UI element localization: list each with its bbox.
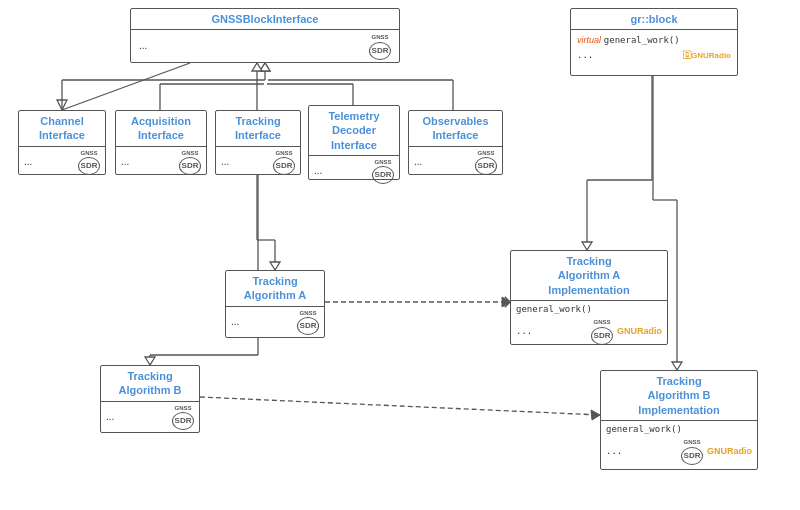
observables-interface-title: ObservablesInterface [409, 111, 502, 147]
sdr-logo-8: SDR [172, 412, 194, 430]
svg-marker-8 [260, 63, 270, 71]
svg-marker-32 [502, 297, 510, 307]
sdr-logo-9: SDR [591, 327, 613, 345]
tracking-interface-dots: ... [221, 155, 229, 169]
sdr-logo-4: SDR [273, 157, 295, 175]
tracking-algo-b-impl-title: TrackingAlgorithm BImplementation [601, 371, 757, 421]
gnu-radio-logo-1: 🇬​GNURadio [683, 50, 731, 61]
diagram: GNSSBlockInterface ... GNSS SDR ChannelI… [0, 0, 800, 510]
svg-line-0 [62, 63, 190, 110]
svg-marker-18 [582, 242, 592, 250]
gnss-label-1: GNSS [371, 33, 388, 41]
gnss-label-10: GNSS [683, 438, 700, 446]
tracking-algo-b-impl-method: general_work() [606, 423, 752, 436]
gnss-label-5: GNSS [374, 158, 391, 166]
acquisition-interface-box: AcquisitionInterface ... GNSS SDR [115, 110, 207, 175]
gnss-block-interface-box: GNSSBlockInterface ... GNSS SDR [130, 8, 400, 63]
svg-marker-26 [270, 262, 280, 270]
tracking-algo-b-impl-box: TrackingAlgorithm BImplementation genera… [600, 370, 758, 470]
gnss-block-interface-dots: ... [139, 39, 147, 53]
svg-line-33 [200, 397, 600, 415]
gnss-label-7: GNSS [299, 309, 316, 317]
gnss-label-6: GNSS [477, 149, 494, 157]
gr-block-virtual: virtual general_work() [577, 33, 731, 47]
tracking-algo-b-dots: ... [106, 410, 114, 424]
sdr-logo-7: SDR [297, 317, 319, 335]
svg-marker-30 [145, 357, 155, 365]
gnss-label-3: GNSS [181, 149, 198, 157]
channel-interface-box: ChannelInterface ... GNSS SDR [18, 110, 106, 175]
svg-marker-22 [672, 362, 682, 370]
tracking-algo-a-title: TrackingAlgorithm A [226, 271, 324, 307]
tracking-algo-b-impl-dots: ... [606, 445, 622, 458]
observables-interface-dots: ... [414, 155, 422, 169]
gnu-radio-logo-2: GNURadio [617, 325, 662, 338]
svg-marker-34 [591, 410, 600, 420]
tracking-interface-box: TrackingInterface ... GNSS SDR [215, 110, 301, 175]
sdr-logo-5: SDR [372, 166, 394, 184]
tracking-algo-a-impl-method: general_work() [516, 303, 662, 316]
tracking-interface-title: TrackingInterface [216, 111, 300, 147]
sdr-logo-1: SDR [369, 42, 391, 60]
tracking-algo-a-impl-dots: ... [516, 325, 532, 338]
observables-interface-box: ObservablesInterface ... GNSS SDR [408, 110, 503, 175]
channel-interface-title: ChannelInterface [19, 111, 105, 147]
tracking-algo-a-impl-title: TrackingAlgorithm AImplementation [511, 251, 667, 301]
sdr-logo-2: SDR [78, 157, 100, 175]
telemetry-interface-title: TelemetryDecoderInterface [309, 106, 399, 156]
sdr-logo-6: SDR [475, 157, 497, 175]
channel-interface-dots: ... [24, 155, 32, 169]
sdr-logo-10: SDR [681, 447, 703, 465]
gnss-label-2: GNSS [80, 149, 97, 157]
telemetry-interface-dots: ... [314, 164, 322, 178]
tracking-algo-b-box: TrackingAlgorithm B ... GNSS SDR [100, 365, 200, 433]
gnss-label-8: GNSS [174, 404, 191, 412]
acquisition-interface-dots: ... [121, 155, 129, 169]
gnu-radio-logo-3: GNURadio [707, 445, 752, 458]
acquisition-interface-title: AcquisitionInterface [116, 111, 206, 147]
svg-marker-5 [260, 63, 270, 71]
tracking-algo-a-box: TrackingAlgorithm A ... GNSS SDR [225, 270, 325, 338]
sdr-logo-3: SDR [179, 157, 201, 175]
tracking-algo-a-impl-box: TrackingAlgorithm AImplementation genera… [510, 250, 668, 345]
tracking-algo-a-dots: ... [231, 315, 239, 329]
tracking-algo-b-title: TrackingAlgorithm B [101, 366, 199, 402]
svg-marker-1 [57, 100, 67, 110]
gnss-label-4: GNSS [275, 149, 292, 157]
gr-block-box: gr::block virtual general_work() ... 🇬​G… [570, 8, 738, 76]
telemetry-interface-box: TelemetryDecoderInterface ... GNSS SDR [308, 105, 400, 180]
gnss-block-interface-title: GNSSBlockInterface [131, 9, 399, 30]
svg-marker-10 [252, 63, 262, 71]
gnss-label-9: GNSS [593, 318, 610, 326]
gr-block-title: gr::block [571, 9, 737, 30]
gr-block-dots: ... [577, 49, 593, 62]
